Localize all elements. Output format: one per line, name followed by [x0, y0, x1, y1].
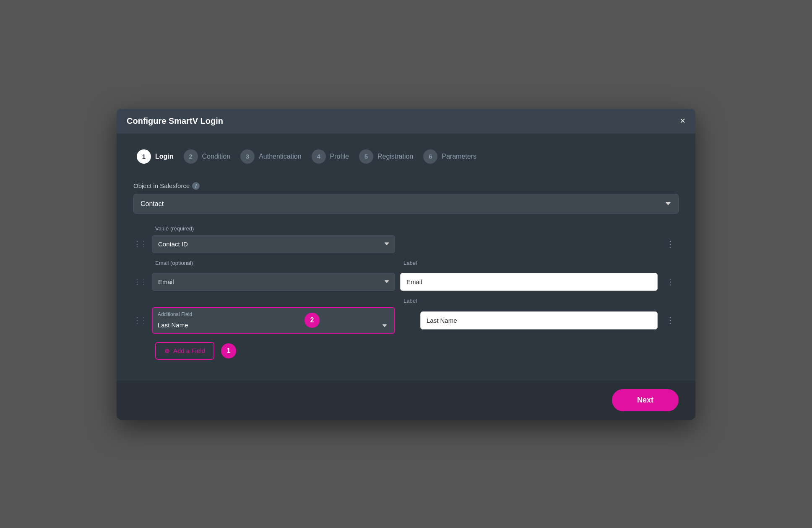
modal-footer: Next: [117, 381, 695, 420]
step-2-label: Condition: [202, 153, 231, 160]
step-1-label: Login: [155, 153, 174, 160]
additional-field-section: ⋮⋮ Additional Field Last Name 2 ⋮: [133, 307, 679, 334]
next-button[interactable]: Next: [612, 389, 679, 411]
close-button[interactable]: ×: [680, 116, 685, 125]
step-6-circle: 6: [423, 149, 437, 164]
step-3-label: Authentication: [259, 153, 301, 160]
step-5-registration[interactable]: 5 Registration: [356, 146, 420, 167]
email-col-labels: Email (optional) Label: [155, 260, 679, 269]
annotation-badge-2: 2: [304, 313, 320, 328]
modal-title: Configure SmartV Login: [127, 116, 223, 126]
email-options-button[interactable]: ⋮: [663, 275, 679, 288]
email-row: ⋮⋮ Email ⋮: [133, 273, 679, 291]
modal-body: 1 Login 2 Condition 3 Authentication 4 P…: [117, 133, 695, 381]
step-1-circle: 1: [137, 149, 151, 164]
last-name-label-col-header: Label: [403, 298, 679, 304]
contact-id-row: ⋮⋮ Contact ID ⋮: [133, 235, 679, 253]
step-6-parameters[interactable]: 6 Parameters: [420, 146, 483, 167]
email-drag-handle[interactable]: ⋮⋮: [133, 277, 147, 286]
add-field-container: ⊕ Add a Field 1: [155, 342, 679, 360]
last-name-label-input[interactable]: [420, 311, 658, 329]
last-name-drag-handle[interactable]: ⋮⋮: [133, 316, 147, 325]
email-field-label: Email (optional): [155, 260, 398, 266]
step-2-circle: 2: [184, 149, 198, 164]
object-salesforce-select[interactable]: Contact: [133, 194, 679, 214]
value-required-section: Value (required) ⋮⋮ Contact ID ⋮: [133, 225, 679, 253]
additional-field-inner-label: Additional Field: [158, 311, 389, 317]
last-name-options-button[interactable]: ⋮: [663, 314, 679, 327]
value-required-label: Value (required): [155, 225, 679, 232]
add-field-label: Add a Field: [173, 347, 205, 354]
step-5-label: Registration: [377, 153, 413, 160]
object-salesforce-label: Object in Salesforce i: [133, 182, 679, 190]
last-name-field-select[interactable]: Last Name: [158, 319, 389, 333]
step-3-circle: 3: [240, 149, 255, 164]
last-name-select-wrapper: Additional Field Last Name: [152, 307, 395, 334]
email-label-input[interactable]: [400, 273, 658, 291]
step-4-circle: 4: [312, 149, 326, 164]
add-field-plus-icon: ⊕: [164, 347, 170, 355]
step-3-authentication[interactable]: 3 Authentication: [237, 146, 308, 167]
modal-container: Configure SmartV Login × 1 Login 2 Condi…: [117, 109, 695, 420]
last-name-row: ⋮⋮ Additional Field Last Name 2 ⋮: [133, 307, 679, 334]
contact-id-options-button[interactable]: ⋮: [663, 237, 679, 251]
add-field-button[interactable]: ⊕ Add a Field: [155, 342, 214, 360]
contact-id-drag-handle[interactable]: ⋮⋮: [133, 239, 147, 248]
step-6-label: Parameters: [442, 153, 476, 160]
steps-bar: 1 Login 2 Condition 3 Authentication 4 P…: [133, 146, 679, 167]
email-field-select[interactable]: Email: [152, 273, 395, 291]
email-section: Email (optional) Label ⋮⋮ Email ⋮: [133, 260, 679, 291]
step-1-login[interactable]: 1 Login: [133, 146, 180, 167]
step-4-profile[interactable]: 4 Profile: [308, 146, 356, 167]
annotation-badge-1: 1: [221, 343, 236, 358]
info-icon: i: [192, 182, 200, 190]
step-2-condition[interactable]: 2 Condition: [180, 146, 237, 167]
email-label-col-header: Label: [403, 260, 679, 269]
additional-field-col-header: [155, 298, 398, 304]
step-4-label: Profile: [330, 153, 349, 160]
step-5-circle: 5: [359, 149, 373, 164]
contact-id-select[interactable]: Contact ID: [152, 235, 395, 253]
modal-header: Configure SmartV Login ×: [117, 109, 695, 133]
last-name-col-labels: Label: [155, 298, 679, 304]
